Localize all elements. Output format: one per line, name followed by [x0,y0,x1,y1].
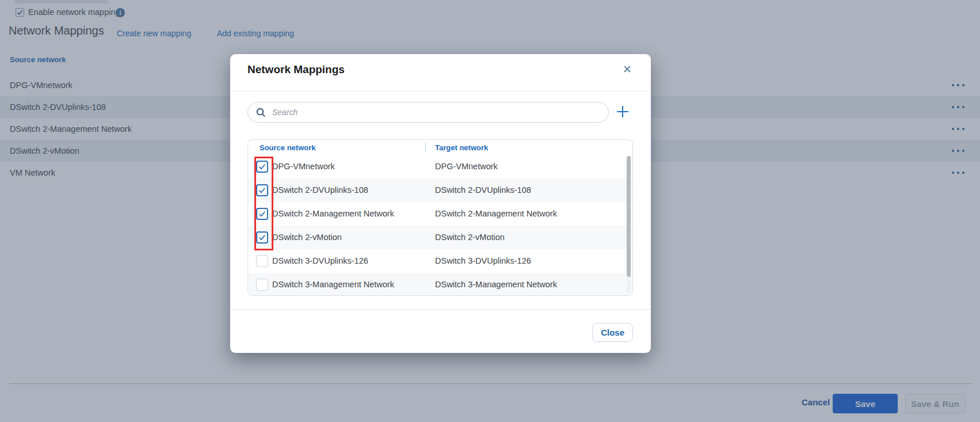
row-checkbox[interactable] [256,208,268,220]
modal-header-divider [230,91,651,92]
modal-footer-divider [230,309,651,310]
target-network-value: DSwitch 2-Management Network [435,209,557,218]
network-mappings-modal: Network Mappings ✕ Source network Target… [230,54,651,353]
table-header-row: Source network Target network [248,140,632,155]
search-input[interactable] [271,107,608,117]
table-row: DPG-VMnetwork DPG-VMnetwork [248,155,632,178]
search-box [247,102,609,123]
table-row: DSwitch 2-Management Network DSwitch 2-M… [248,202,632,226]
source-network-value: DSwitch 2-vMotion [272,233,342,242]
source-network-value: DPG-VMnetwork [272,162,335,171]
table-row: DSwitch 3-Management Network DSwitch 3-M… [248,273,632,295]
source-network-value: DSwitch 3-Management Network [272,280,394,289]
mappings-table: Source network Target network DPG-VMnetw… [247,139,633,296]
row-checkbox[interactable] [256,231,268,244]
column-divider [425,142,426,153]
row-checkbox[interactable] [256,279,268,291]
search-icon [256,108,266,117]
app-window: Enable network mapping i Network Mapping… [0,0,980,422]
close-icon[interactable]: ✕ [623,64,632,75]
scrollbar-thumb[interactable] [627,156,631,277]
target-network-value: DSwitch 3-Management Network [435,280,557,289]
check-icon [258,210,266,218]
source-network-column-header: Source network [260,143,316,152]
add-mapping-plus-button[interactable] [615,104,631,120]
target-network-value: DPG-VMnetwork [435,162,498,171]
target-network-value: DSwitch 2-vMotion [435,233,505,242]
table-scrollbar[interactable] [627,156,631,293]
target-network-value: DSwitch 3-DVUplinks-126 [435,256,531,265]
row-checkbox[interactable] [256,161,268,173]
source-network-value: DSwitch 2-Management Network [272,209,394,218]
table-row: DSwitch 3-DVUplinks-126 DSwitch 3-DVUpli… [248,249,632,273]
source-network-value: DSwitch 2-DVUplinks-108 [272,185,368,195]
close-button[interactable]: Close [592,323,633,342]
source-network-value: DSwitch 3-DVUplinks-126 [272,256,368,265]
check-icon [258,234,266,241]
table-row: DSwitch 2-vMotion DSwitch 2-vMotion [248,226,632,249]
table-row: DSwitch 2-DVUplinks-108 DSwitch 2-DVUpli… [248,178,632,202]
modal-title: Network Mappings [247,63,345,76]
check-icon [258,187,266,194]
target-network-column-header: Target network [435,143,488,152]
row-checkbox[interactable] [256,184,268,196]
check-icon [258,163,266,170]
target-network-value: DSwitch 2-DVUplinks-108 [435,185,531,195]
row-checkbox[interactable] [256,255,268,267]
plus-icon [616,105,630,119]
